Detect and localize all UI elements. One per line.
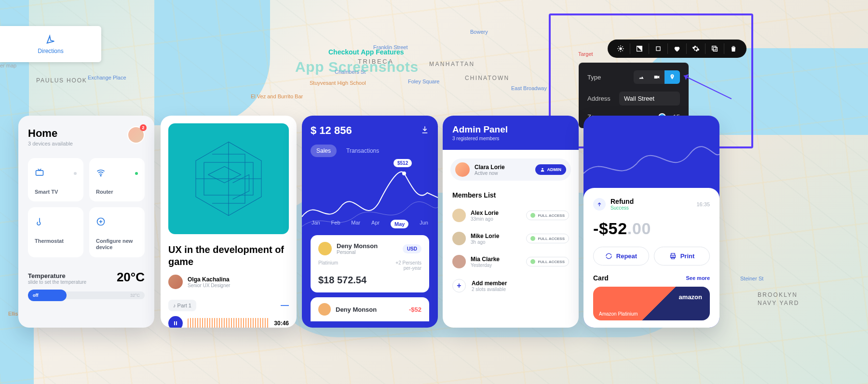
card-brand: amazon	[679, 293, 702, 301]
member-meta: 33min ago	[471, 216, 499, 222]
admin-subtitle: 3 registered members	[452, 136, 569, 141]
plus-icon: +	[452, 279, 466, 292]
svg-rect-6	[36, 171, 43, 175]
add-member-label: Add member	[472, 280, 507, 287]
author-avatar	[168, 275, 183, 289]
add-member-sub: 2 slots available	[472, 287, 507, 292]
upload-icon	[593, 198, 606, 211]
pause-button[interactable]	[168, 316, 183, 328]
user-avatar	[318, 242, 332, 255]
repeat-button[interactable]: Repeat	[593, 247, 649, 265]
add-member-button[interactable]: + Add member2 slots available	[443, 273, 579, 298]
member-name: Alex Lorie	[471, 210, 499, 216]
svg-rect-2	[656, 47, 660, 51]
sales-line-chart	[302, 164, 438, 231]
access-badge: FULL ACCESS	[526, 257, 569, 266]
temperature-label: Temperature	[28, 272, 86, 279]
map-label: BROOKLYN	[758, 291, 798, 298]
temperature-slider[interactable]: off 32°C	[28, 291, 145, 299]
svg-rect-5	[654, 76, 658, 79]
screenshot-ux: UX in the development of game Olga Kacha…	[161, 116, 297, 328]
map-poi: Target	[578, 51, 593, 57]
type-video-button[interactable]	[649, 70, 665, 84]
card-sub: Amazon Platinium	[599, 311, 638, 317]
equalizer-icon[interactable]: —	[281, 301, 289, 310]
member-avatar	[452, 255, 466, 268]
brightness-icon[interactable]	[612, 41, 629, 56]
map-poi: Stuyvesant High School	[310, 80, 366, 86]
crop-icon[interactable]	[650, 41, 666, 56]
tv-icon	[35, 168, 44, 179]
invert-icon[interactable]	[631, 41, 648, 56]
thermostat-icon	[35, 217, 44, 228]
tile-smart-tv[interactable]: Smart TV	[28, 158, 83, 201]
temperature-hint: slide to set the temperature	[28, 279, 86, 285]
svg-point-12	[402, 172, 406, 175]
refund-title: Refund	[610, 198, 634, 205]
svg-point-7	[100, 175, 101, 176]
type-image-button[interactable]	[634, 70, 649, 84]
member-row[interactable]: Mia ClarkeYesterday FULL ACCESS	[443, 250, 579, 273]
owner-avatar	[455, 162, 470, 177]
heart-icon[interactable]	[669, 41, 685, 56]
user-avatar	[318, 303, 331, 316]
type-map-button[interactable]	[665, 70, 680, 84]
tile-thermostat[interactable]: Thermostat	[28, 207, 83, 257]
perk-sub: per-year	[404, 265, 421, 271]
plan-amount: $18 572.54	[318, 275, 421, 286]
tab-sales[interactable]: Sales	[311, 145, 337, 157]
trash-icon[interactable]	[725, 41, 742, 56]
map-label: CHINATOWN	[465, 75, 509, 81]
owner-row[interactable]: Clara Lorie Active now ADMIN	[450, 159, 571, 181]
tile-configure[interactable]: Configure new device	[89, 207, 145, 257]
member-row[interactable]: Alex Lorie33min ago FULL ACCESS	[443, 204, 579, 227]
user-name: Deny Monson	[336, 306, 404, 313]
notification-badge: 2	[140, 124, 147, 131]
map-hint: er map	[0, 63, 16, 68]
map-label: NAVY YARD	[758, 300, 800, 306]
member-meta: Yesterday	[471, 263, 500, 268]
copy-icon[interactable]	[706, 41, 723, 56]
member-row[interactable]: Mike Lorie3h ago FULL ACCESS	[443, 227, 579, 250]
annotation-arrow	[684, 75, 742, 104]
map-label: Exchange Place	[88, 75, 126, 80]
plus-circle-icon	[96, 217, 106, 228]
waveform[interactable]	[188, 318, 269, 328]
admin-title: Admin Panel	[452, 124, 569, 135]
author-role: Senior UX Designer	[188, 283, 230, 288]
type-label: Type	[587, 74, 601, 81]
perk-label: +2 Persents	[395, 260, 421, 265]
gear-icon[interactable]	[688, 41, 704, 56]
map-poi: East Broadway	[511, 85, 547, 91]
payment-card[interactable]: Amazon Platinium amazon	[593, 287, 710, 320]
tab-transactions[interactable]: Transactions	[340, 145, 385, 157]
admin-badge: ADMIN	[535, 164, 567, 175]
svg-rect-3	[713, 47, 717, 51]
user-sub: Personal	[337, 250, 398, 255]
svg-point-0	[619, 47, 622, 50]
user-name: Deny Monson	[337, 242, 398, 250]
track-chip[interactable]: ♪ Part 1	[168, 300, 196, 311]
refund-status: Success	[610, 205, 634, 211]
directions-button[interactable]: Directions	[0, 26, 101, 62]
screenshot-admin: Admin Panel 3 registered members Clara L…	[443, 116, 579, 328]
track-time: 30:46	[274, 320, 289, 327]
see-more-link[interactable]: See more	[686, 275, 710, 281]
wifi-icon	[96, 168, 106, 179]
refund-time: 16:35	[696, 201, 710, 207]
home-subtitle: 3 devices available	[28, 141, 145, 146]
tile-router[interactable]: Router	[89, 158, 145, 201]
print-button[interactable]: Print	[654, 247, 710, 265]
tile-label: Router	[96, 189, 138, 195]
address-input[interactable]	[619, 92, 680, 106]
download-icon[interactable]	[420, 125, 429, 136]
author-name: Olga Kachalina	[188, 276, 230, 283]
directions-icon	[45, 34, 56, 47]
range-min: off	[33, 293, 39, 298]
member-meta: 3h ago	[471, 239, 499, 245]
illustration	[168, 123, 289, 234]
section-subtitle: Checkout App Features	[328, 48, 404, 56]
tile-label: Smart TV	[35, 189, 77, 195]
temperature-value: 20°C	[117, 270, 145, 285]
article-title: UX in the development of game	[168, 244, 289, 268]
